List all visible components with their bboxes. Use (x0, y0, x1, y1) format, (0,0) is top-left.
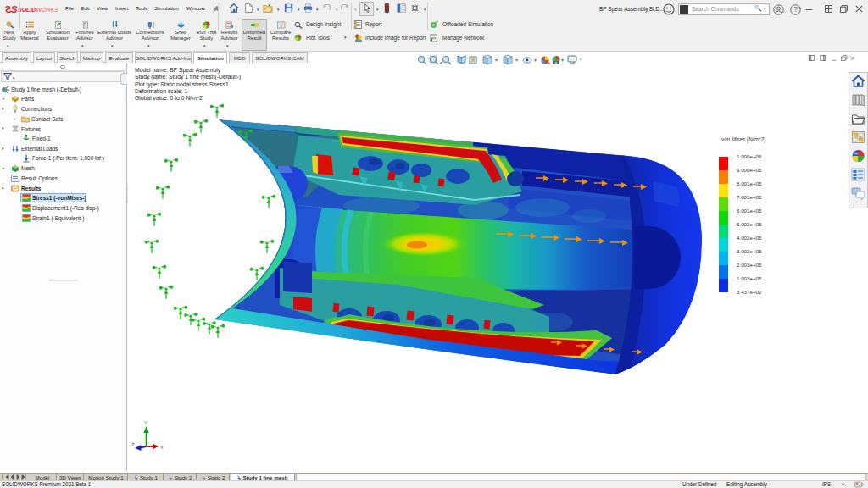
svg-text:▾: ▾ (515, 58, 518, 63)
svg-text:Z: Z (131, 442, 135, 447)
svg-text:Y: Y (144, 420, 147, 425)
svg-text:▾: ▾ (495, 58, 498, 63)
svg-text:?: ? (793, 5, 798, 14)
svg-text:X: X (160, 445, 164, 450)
svg-text:S: S (11, 4, 18, 14)
svg-text:▾: ▾ (534, 58, 537, 63)
svg-text:▾: ▾ (561, 58, 564, 63)
svg-text:SOLIDWORKS: SOLIDWORKS (18, 7, 58, 13)
